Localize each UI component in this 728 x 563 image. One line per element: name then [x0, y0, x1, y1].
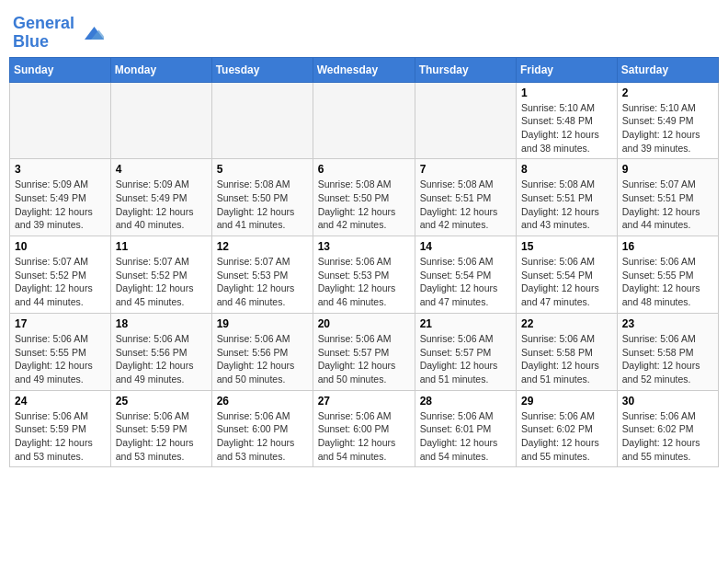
calendar-cell: 9Sunrise: 5:07 AM Sunset: 5:51 PM Daylig…: [617, 159, 718, 236]
calendar-cell: 6Sunrise: 5:08 AM Sunset: 5:50 PM Daylig…: [313, 159, 415, 236]
day-number: 6: [318, 163, 410, 176]
day-number: 19: [217, 317, 308, 330]
calendar-cell: 14Sunrise: 5:06 AM Sunset: 5:54 PM Dayli…: [415, 236, 516, 314]
calendar-cell: 21Sunrise: 5:06 AM Sunset: 5:57 PM Dayli…: [415, 313, 516, 390]
day-number: 29: [521, 395, 612, 408]
calendar-cell: 20Sunrise: 5:06 AM Sunset: 5:57 PM Dayli…: [313, 313, 415, 390]
calendar-cell: 30Sunrise: 5:06 AM Sunset: 6:02 PM Dayli…: [617, 390, 718, 467]
day-info: Sunrise: 5:06 AM Sunset: 6:01 PM Dayligh…: [420, 409, 511, 464]
day-number: 9: [622, 163, 713, 176]
day-number: 1: [521, 86, 612, 99]
day-number: 4: [116, 163, 207, 176]
day-info: Sunrise: 5:06 AM Sunset: 5:55 PM Dayligh…: [15, 332, 106, 386]
day-info: Sunrise: 5:06 AM Sunset: 6:00 PM Dayligh…: [217, 409, 308, 464]
day-number: 3: [15, 163, 106, 176]
calendar-week-row: 1Sunrise: 5:10 AM Sunset: 5:48 PM Daylig…: [10, 82, 719, 159]
calendar-cell: 27Sunrise: 5:06 AM Sunset: 6:00 PM Dayli…: [313, 390, 415, 467]
calendar-cell: 22Sunrise: 5:06 AM Sunset: 5:58 PM Dayli…: [517, 313, 618, 390]
day-info: Sunrise: 5:06 AM Sunset: 5:54 PM Dayligh…: [420, 255, 511, 309]
day-number: 27: [318, 395, 410, 408]
day-info: Sunrise: 5:07 AM Sunset: 5:52 PM Dayligh…: [15, 255, 106, 309]
day-number: 12: [217, 240, 308, 253]
day-info: Sunrise: 5:09 AM Sunset: 5:49 PM Dayligh…: [15, 178, 106, 232]
day-number: 2: [622, 86, 713, 99]
day-info: Sunrise: 5:06 AM Sunset: 6:02 PM Dayligh…: [521, 409, 612, 464]
calendar-cell: 17Sunrise: 5:06 AM Sunset: 5:55 PM Dayli…: [10, 313, 111, 390]
day-info: Sunrise: 5:07 AM Sunset: 5:53 PM Dayligh…: [217, 255, 308, 309]
day-info: Sunrise: 5:10 AM Sunset: 5:48 PM Dayligh…: [521, 101, 612, 155]
day-number: 18: [116, 317, 207, 330]
calendar-cell: 25Sunrise: 5:06 AM Sunset: 5:59 PM Dayli…: [110, 390, 211, 467]
weekday-header-tuesday: Tuesday: [211, 57, 313, 82]
day-info: Sunrise: 5:06 AM Sunset: 5:54 PM Dayligh…: [521, 255, 612, 309]
day-info: Sunrise: 5:08 AM Sunset: 5:50 PM Dayligh…: [217, 178, 308, 232]
calendar-cell: 10Sunrise: 5:07 AM Sunset: 5:52 PM Dayli…: [10, 236, 111, 314]
weekday-header-row: SundayMondayTuesdayWednesdayThursdayFrid…: [10, 57, 719, 82]
calendar-cell: [10, 82, 111, 159]
logo-icon: [78, 20, 104, 46]
calendar-cell: 26Sunrise: 5:06 AM Sunset: 6:00 PM Dayli…: [211, 390, 313, 467]
day-info: Sunrise: 5:08 AM Sunset: 5:51 PM Dayligh…: [420, 178, 511, 232]
day-info: Sunrise: 5:06 AM Sunset: 5:57 PM Dayligh…: [318, 332, 410, 386]
day-info: Sunrise: 5:06 AM Sunset: 5:56 PM Dayligh…: [116, 332, 207, 386]
calendar-cell: 15Sunrise: 5:06 AM Sunset: 5:54 PM Dayli…: [517, 236, 618, 314]
day-info: Sunrise: 5:06 AM Sunset: 5:58 PM Dayligh…: [521, 332, 612, 386]
calendar-cell: 23Sunrise: 5:06 AM Sunset: 5:58 PM Dayli…: [617, 313, 718, 390]
calendar-week-row: 17Sunrise: 5:06 AM Sunset: 5:55 PM Dayli…: [10, 313, 719, 390]
calendar-cell: 28Sunrise: 5:06 AM Sunset: 6:01 PM Dayli…: [415, 390, 516, 467]
day-number: 20: [318, 317, 410, 330]
weekday-header-saturday: Saturday: [617, 57, 718, 82]
day-info: Sunrise: 5:06 AM Sunset: 5:57 PM Dayligh…: [420, 332, 511, 386]
day-info: Sunrise: 5:06 AM Sunset: 5:59 PM Dayligh…: [116, 409, 207, 464]
day-info: Sunrise: 5:07 AM Sunset: 5:51 PM Dayligh…: [622, 178, 713, 232]
day-number: 7: [420, 163, 511, 176]
day-number: 24: [15, 395, 106, 408]
day-info: Sunrise: 5:09 AM Sunset: 5:49 PM Dayligh…: [116, 178, 207, 232]
day-number: 8: [521, 163, 612, 176]
calendar-cell: 13Sunrise: 5:06 AM Sunset: 5:53 PM Dayli…: [313, 236, 415, 314]
page-header: General Blue: [9, 9, 719, 52]
calendar-cell: 7Sunrise: 5:08 AM Sunset: 5:51 PM Daylig…: [415, 159, 516, 236]
calendar-cell: 19Sunrise: 5:06 AM Sunset: 5:56 PM Dayli…: [211, 313, 313, 390]
weekday-header-monday: Monday: [110, 57, 211, 82]
calendar-cell: [313, 82, 415, 159]
weekday-header-wednesday: Wednesday: [313, 57, 415, 82]
logo-blue: Blue: [13, 32, 49, 51]
weekday-header-sunday: Sunday: [10, 57, 111, 82]
day-info: Sunrise: 5:08 AM Sunset: 5:50 PM Dayligh…: [318, 178, 410, 232]
day-info: Sunrise: 5:06 AM Sunset: 6:02 PM Dayligh…: [622, 409, 713, 464]
calendar-cell: 8Sunrise: 5:08 AM Sunset: 5:51 PM Daylig…: [517, 159, 618, 236]
calendar-cell: 3Sunrise: 5:09 AM Sunset: 5:49 PM Daylig…: [10, 159, 111, 236]
day-number: 5: [217, 163, 308, 176]
calendar-week-row: 10Sunrise: 5:07 AM Sunset: 5:52 PM Dayli…: [10, 236, 719, 314]
calendar-week-row: 24Sunrise: 5:06 AM Sunset: 5:59 PM Dayli…: [10, 390, 719, 467]
day-info: Sunrise: 5:08 AM Sunset: 5:51 PM Dayligh…: [521, 178, 612, 232]
weekday-header-thursday: Thursday: [415, 57, 516, 82]
day-number: 16: [622, 240, 713, 253]
day-number: 17: [15, 317, 106, 330]
logo: General Blue: [13, 15, 104, 52]
day-number: 23: [622, 317, 713, 330]
day-info: Sunrise: 5:07 AM Sunset: 5:52 PM Dayligh…: [116, 255, 207, 309]
day-info: Sunrise: 5:06 AM Sunset: 5:56 PM Dayligh…: [217, 332, 308, 386]
calendar-cell: 1Sunrise: 5:10 AM Sunset: 5:48 PM Daylig…: [517, 82, 618, 159]
day-info: Sunrise: 5:06 AM Sunset: 5:58 PM Dayligh…: [622, 332, 713, 386]
calendar-cell: 11Sunrise: 5:07 AM Sunset: 5:52 PM Dayli…: [110, 236, 211, 314]
day-number: 30: [622, 395, 713, 408]
day-number: 28: [420, 395, 511, 408]
calendar-cell: 5Sunrise: 5:08 AM Sunset: 5:50 PM Daylig…: [211, 159, 313, 236]
day-number: 25: [116, 395, 207, 408]
calendar-cell: 12Sunrise: 5:07 AM Sunset: 5:53 PM Dayli…: [211, 236, 313, 314]
day-number: 14: [420, 240, 511, 253]
calendar-cell: 18Sunrise: 5:06 AM Sunset: 5:56 PM Dayli…: [110, 313, 211, 390]
calendar-cell: 24Sunrise: 5:06 AM Sunset: 5:59 PM Dayli…: [10, 390, 111, 467]
logo-general: General: [13, 14, 74, 32]
day-number: 10: [15, 240, 106, 253]
calendar-table: SundayMondayTuesdayWednesdayThursdayFrid…: [9, 57, 719, 468]
day-number: 21: [420, 317, 511, 330]
day-info: Sunrise: 5:06 AM Sunset: 6:00 PM Dayligh…: [318, 409, 410, 464]
day-info: Sunrise: 5:06 AM Sunset: 5:53 PM Dayligh…: [318, 255, 410, 309]
calendar-cell: 29Sunrise: 5:06 AM Sunset: 6:02 PM Dayli…: [517, 390, 618, 467]
calendar-week-row: 3Sunrise: 5:09 AM Sunset: 5:49 PM Daylig…: [10, 159, 719, 236]
weekday-header-friday: Friday: [517, 57, 618, 82]
